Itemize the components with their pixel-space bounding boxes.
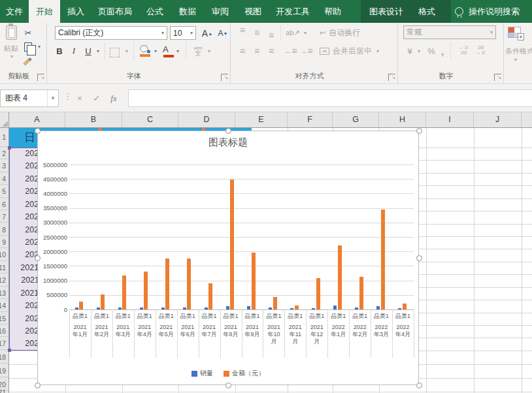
ribbon-tab-3[interactable]: 页面布局 — [91, 0, 139, 23]
row-header-11[interactable]: 11 — [0, 262, 8, 274]
column-header-A[interactable]: A — [9, 112, 65, 127]
ribbon-tab-8[interactable]: 开发工具 — [269, 0, 316, 23]
font-color-button[interactable]: A — [162, 43, 174, 59]
column-header-C[interactable]: C — [122, 112, 178, 127]
row-header-4[interactable]: 4 — [0, 173, 8, 185]
row-header-17[interactable]: 17 — [0, 338, 8, 349]
chart-object[interactable]: 图表标题 05000001000000150000020000002500000… — [37, 131, 419, 385]
fill-color-caret-icon[interactable]: ▾ — [154, 48, 157, 54]
bar-销量-8[interactable] — [247, 306, 250, 309]
row-header-6[interactable]: 6 — [0, 198, 8, 210]
copy-button[interactable] — [21, 39, 35, 55]
comma-style-button[interactable]: , — [439, 43, 446, 59]
chart-title[interactable]: 图表标题 — [38, 136, 418, 149]
align-center-button[interactable]: ≡ — [250, 43, 263, 59]
cell-a6[interactable]: 2021年5月 — [9, 198, 37, 211]
cell-a4[interactable]: 2021年3月 — [9, 173, 37, 186]
font-name-combo[interactable]: Calibri (正文) ▾ — [55, 26, 167, 40]
increase-decimal-button[interactable]: ←.0 .00 — [456, 42, 471, 58]
ribbon-tab-5[interactable]: 数据 — [171, 0, 204, 23]
bar-金额（元）-3[interactable] — [144, 272, 148, 309]
chart-selection-handle-7[interactable] — [416, 383, 422, 388]
wrap-text-button[interactable]: ↩ 自动换行 — [320, 25, 360, 40]
row-header-19[interactable]: 19 — [0, 364, 8, 377]
cell-a17[interactable]: 2022年4月 — [9, 338, 37, 350]
alignment-dialog-launcher[interactable]: ↘ — [388, 74, 395, 81]
bar-销量-2[interactable] — [118, 307, 122, 309]
grow-font-button[interactable]: A▲ — [200, 25, 214, 41]
cell-a14[interactable]: 2022年1月 — [9, 300, 37, 313]
chart-selection-handle-5[interactable] — [35, 383, 41, 388]
increase-indent-button[interactable]: →≡ — [300, 43, 313, 59]
bar-销量-1[interactable] — [97, 307, 100, 309]
contextual-tab-1[interactable]: 格式 — [410, 0, 443, 23]
row-header-14[interactable]: 14 — [0, 300, 8, 312]
italic-button[interactable]: I — [68, 43, 80, 59]
bar-金额（元）-11[interactable] — [316, 278, 320, 309]
legend-item-1[interactable]: 金额（元） — [224, 369, 265, 378]
align-middle-button[interactable]: ≡ — [250, 25, 263, 40]
cell-a12[interactable]: 2021年11月 — [9, 274, 37, 287]
bar-销量-15[interactable] — [398, 308, 401, 309]
cell-a16[interactable]: 2022年3月 — [9, 325, 37, 338]
cell-a9[interactable]: 2021年8月 — [9, 236, 37, 249]
bar-销量-7[interactable] — [226, 306, 229, 309]
underline-button[interactable]: U — [82, 43, 94, 59]
ribbon-tab-7[interactable]: 视图 — [237, 0, 269, 23]
align-right-button[interactable]: ≡ — [265, 43, 278, 59]
percent-style-button[interactable]: % — [425, 43, 437, 59]
ribbon-tab-file[interactable]: 文件 — [0, 0, 29, 23]
name-box[interactable]: 图表 4 ▾ — [0, 89, 59, 107]
cut-button[interactable]: ✂ — [21, 25, 35, 40]
column-header-I[interactable]: I — [426, 112, 474, 127]
cancel-button[interactable]: × — [72, 89, 88, 107]
chart-selection-handle-4[interactable] — [416, 255, 422, 261]
bar-销量-4[interactable] — [161, 307, 165, 309]
bar-金额（元）-15[interactable] — [403, 304, 407, 309]
tell-me-search[interactable]: 操作说明搜索 — [451, 0, 520, 23]
align-left-button[interactable]: ≡ — [236, 43, 249, 59]
range-handle-purple-top[interactable] — [8, 146, 11, 149]
bar-金额（元）-9[interactable] — [273, 297, 277, 309]
row-header-9[interactable]: 9 — [0, 236, 8, 249]
fill-color-button[interactable] — [139, 43, 152, 59]
bar-销量-3[interactable] — [140, 307, 143, 309]
cell-a8[interactable]: 2021年7月 — [9, 224, 37, 236]
align-bottom-button[interactable]: ≡ — [265, 25, 278, 40]
conditional-formatting-button[interactable]: ≠ — [508, 27, 521, 38]
chart-selection-handle-0[interactable] — [35, 128, 41, 134]
borders-button[interactable] — [110, 44, 120, 60]
bar-金额（元）-10[interactable] — [295, 306, 299, 309]
bar-销量-5[interactable] — [183, 307, 186, 309]
decrease-decimal-button[interactable]: .00 →.0 — [473, 42, 488, 58]
bar-金额（元）-8[interactable] — [252, 253, 256, 309]
bar-金额（元）-4[interactable] — [165, 259, 169, 309]
chart-selection-handle-6[interactable] — [225, 383, 231, 388]
bar-金额（元）-0[interactable] — [79, 302, 83, 309]
cell-a5[interactable]: 2021年4月 — [9, 185, 37, 198]
bar-金额（元）-12[interactable] — [338, 245, 342, 309]
enter-button[interactable]: ✓ — [89, 89, 105, 107]
shrink-font-button[interactable]: A▼ — [216, 25, 230, 41]
row-header-15[interactable]: 15 — [0, 313, 8, 324]
row-header-12[interactable]: 12 — [0, 274, 8, 286]
bar-销量-10[interactable] — [290, 308, 293, 309]
paste-button[interactable]: 粘贴 ▾ — [1, 25, 21, 59]
column-header-D[interactable]: D — [178, 112, 235, 127]
bar-销量-9[interactable] — [269, 307, 272, 309]
insert-function-button[interactable]: fx — [106, 89, 122, 107]
row-header-3[interactable]: 3 — [0, 160, 8, 172]
bar-金额（元）-5[interactable] — [187, 259, 191, 309]
merge-center-button[interactable]: 合并后居中 ▾ — [320, 43, 379, 59]
chart-selection-handle-2[interactable] — [416, 128, 422, 134]
bar-销量-0[interactable] — [75, 307, 78, 309]
bar-金额（元）-13[interactable] — [359, 277, 363, 309]
copy-caret-icon[interactable]: ▾ — [38, 44, 41, 50]
ribbon-tab-9[interactable]: 帮助 — [316, 0, 349, 23]
phonetic-button[interactable]: wén 文 — [191, 43, 205, 59]
bar-销量-6[interactable] — [205, 307, 208, 309]
bar-金额（元）-1[interactable] — [101, 294, 105, 309]
bar-销量-13[interactable] — [355, 307, 358, 309]
column-header-G[interactable]: G — [333, 112, 379, 127]
ribbon-tab-2[interactable]: 插入 — [60, 0, 91, 23]
